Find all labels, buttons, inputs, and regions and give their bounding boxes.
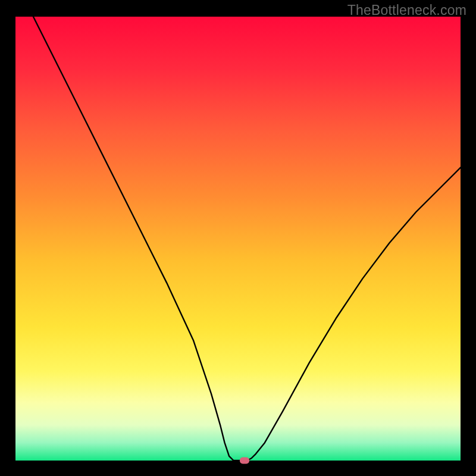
- watermark-text: TheBottleneck.com: [347, 2, 466, 18]
- minimum-marker: [240, 458, 249, 464]
- chart-frame: TheBottleneck.com: [0, 0, 476, 476]
- bottleneck-curve: [15, 17, 461, 461]
- plot-area: [15, 17, 461, 461]
